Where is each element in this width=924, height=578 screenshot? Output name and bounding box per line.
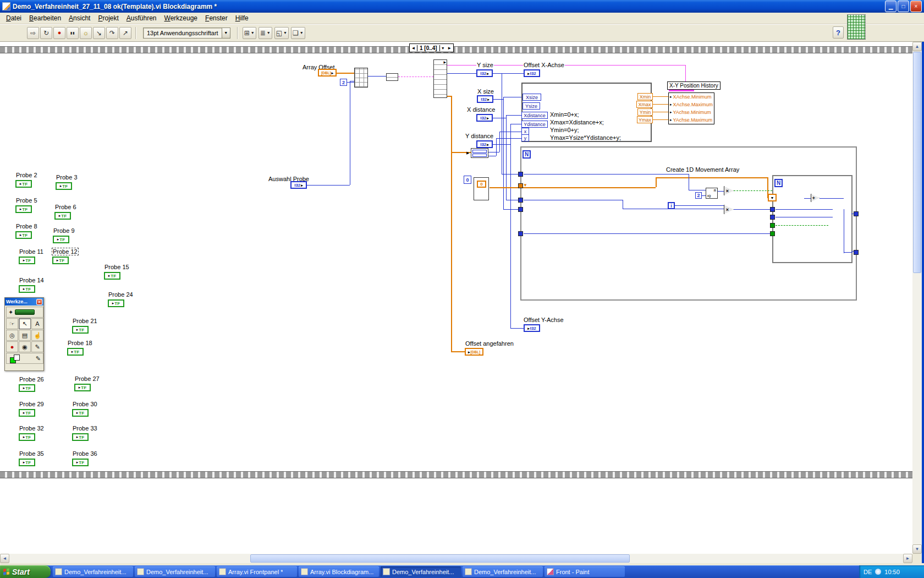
case-selector-terminal[interactable]: ▼	[768, 194, 777, 201]
boolean-terminal[interactable]: ▸ TF	[74, 384, 91, 391]
boolean-terminal[interactable]: ▸ TF	[53, 236, 69, 243]
offset-y-achse-terminal[interactable]: ▸I32	[524, 324, 540, 332]
menu-item[interactable]: Bearbeiten	[25, 13, 65, 23]
horizontal-scrollbar[interactable]: ◄ ►	[0, 554, 912, 563]
probe-indicator[interactable]: Probe 8 ▸ TF	[15, 221, 38, 239]
boolean-terminal[interactable]: ▸ TF	[56, 182, 72, 190]
formula-input[interactable]: y	[521, 134, 529, 141]
probe-label[interactable]: Probe 26	[19, 376, 45, 383]
maximize-button[interactable]: □	[898, 1, 909, 12]
index-array-expanded-node[interactable]: ▶	[433, 59, 447, 98]
x-size-label[interactable]: X size	[477, 88, 494, 95]
pause-button[interactable]: ▮▮	[67, 27, 79, 39]
boolean-terminal[interactable]: ▸ TF	[15, 205, 32, 213]
taskbar-button[interactable]: Demo_Verfahreinheit...	[381, 566, 461, 577]
sequence-frame-top[interactable]	[0, 46, 912, 53]
auswahl-probe-terminal[interactable]: I32 ▸	[290, 181, 307, 189]
boolean-terminal[interactable]: ▸ TF	[108, 299, 124, 307]
close-button[interactable]: ×	[910, 1, 922, 12]
boolean-terminal[interactable]: ▸ TF	[67, 348, 84, 356]
block-diagram-canvas[interactable]: ◄ 1 [0..4] ▼ ► Probe 2 ▸ TF Probe 3 ▸ TF…	[0, 42, 912, 554]
run-button[interactable]: ⇨	[27, 27, 39, 39]
sequence-frame-label[interactable]: 1 [0..4]	[417, 45, 440, 51]
property-item[interactable]: ▸ XAchse.Minimum	[669, 93, 714, 101]
probe-indicator[interactable]: Probe 9 ▸ TF	[53, 225, 75, 243]
menu-item[interactable]: Projekt	[94, 13, 122, 23]
color-tool[interactable]: ✎	[6, 353, 43, 364]
probe-indicator[interactable]: Probe 21 ▸ TF	[72, 315, 98, 334]
taskbar-button[interactable]: Demo_Verfahreinheit...	[53, 566, 133, 577]
tools-palette-titlebar[interactable]: Werkze... ×	[5, 298, 43, 306]
step-into-button[interactable]: ↘	[93, 27, 105, 39]
boolean-terminal[interactable]: ▸ TF	[15, 231, 32, 239]
distribute-objects-dropdown[interactable]: ≣▼	[258, 27, 272, 39]
taskbar-button[interactable]: Array.vi Blockdiagram...	[299, 566, 379, 577]
boolean-terminal[interactable]: ▸ TF	[19, 433, 35, 441]
property-node-title[interactable]: X-Y Position History	[667, 81, 721, 90]
formula-output[interactable]: Xmin	[637, 93, 653, 100]
numeric-constant-2[interactable]: 2	[340, 79, 347, 86]
probe-label[interactable]: Probe 11	[19, 248, 44, 255]
help-button[interactable]: ?	[833, 26, 844, 39]
probe-indicator[interactable]: Probe 2 ▸ TF	[15, 170, 38, 188]
menu-item[interactable]: Werkzeuge	[161, 13, 201, 23]
clock[interactable]: 10:50	[884, 569, 900, 575]
probe-label[interactable]: Probe 5	[15, 197, 38, 204]
wire-tool[interactable]: ◎	[6, 330, 18, 341]
formula-output[interactable]: Ymin	[637, 108, 653, 116]
probe-label[interactable]: Probe 3	[56, 174, 78, 181]
boolean-terminal[interactable]: ▸ TF	[19, 409, 35, 417]
probe-indicator[interactable]: Probe 14 ▸ TF	[19, 275, 45, 293]
highlight-execution-button[interactable]: ☼	[80, 27, 92, 39]
abort-button[interactable]: ●	[53, 27, 65, 39]
menu-item[interactable]: Ausführen	[123, 13, 161, 23]
probe-label[interactable]: Probe 2	[15, 172, 38, 178]
formula-output[interactable]: Ymax	[637, 116, 653, 123]
language-indicator[interactable]: DE	[864, 569, 872, 575]
boolean-terminal[interactable]: ▸ TF	[19, 459, 35, 466]
array-offset-terminal[interactable]: [DBL] ▸	[318, 69, 337, 77]
menu-tool[interactable]: ▤	[19, 330, 31, 341]
sequence-dropdown-button[interactable]: ▼	[440, 46, 446, 50]
scroll-tool[interactable]: ☝	[31, 330, 43, 341]
minimize-button[interactable]: ▁	[885, 1, 897, 12]
probe-indicator[interactable]: Probe 18 ▸ TF	[67, 337, 93, 356]
menu-item[interactable]: Fenster	[201, 13, 232, 23]
probe-indicator[interactable]: Probe 27 ▸ TF	[74, 373, 100, 391]
for-loop-count-terminal[interactable]: N	[522, 150, 531, 159]
probe-label[interactable]: Probe 32	[19, 425, 45, 432]
probe-indicator[interactable]: Probe 29 ▸ TF	[19, 399, 45, 417]
property-item[interactable]: ▸ XAchse.Maximum	[669, 101, 714, 108]
formula-input[interactable]: Ysize	[522, 102, 540, 110]
y-size-terminal[interactable]: I32▸	[476, 69, 493, 77]
quotient-remainder-node[interactable]: R IQ	[706, 188, 718, 199]
property-item[interactable]: ▸ YAchse.Minimum	[669, 108, 714, 116]
taskbar-button[interactable]: Front - Paint	[544, 566, 625, 577]
probe-label[interactable]: Probe 15	[104, 264, 130, 270]
boolean-terminal[interactable]: ▸ TF	[72, 459, 89, 466]
probe-tool[interactable]: ◉	[19, 341, 31, 352]
boolean-terminal[interactable]: ▸ TF	[19, 384, 35, 392]
boolean-terminal[interactable]: ▸ TF	[72, 409, 89, 417]
vertical-scrollbar[interactable]: ▲ ▼	[912, 42, 922, 554]
numeric-constant-2b[interactable]: 2	[695, 192, 702, 199]
taskbar-button[interactable]: Array.vi Frontpanel *	[217, 566, 297, 577]
font-selector[interactable]: 13pt Anwendungsschriftart ▼	[143, 28, 230, 39]
probe-indicator[interactable]: Probe 3 ▸ TF	[56, 172, 78, 190]
reorder-dropdown[interactable]: ❏▼	[291, 27, 305, 39]
loop-iteration-terminal[interactable]: i	[668, 202, 675, 209]
step-over-button[interactable]: ↷	[106, 27, 118, 39]
numeric-constant-0[interactable]: 0	[464, 176, 471, 184]
boolean-terminal[interactable]: ▸ TF	[54, 212, 71, 220]
inner-loop-count-terminal[interactable]: N	[774, 179, 783, 187]
resize-objects-dropdown[interactable]: ◱▼	[274, 27, 289, 39]
formula-input[interactable]: Xsize	[522, 94, 541, 101]
vertical-scroll-thumb[interactable]	[913, 52, 921, 273]
create-movement-array-label[interactable]: Create 1D Movement Array	[666, 166, 740, 173]
inner-loop-structure[interactable]	[772, 175, 853, 263]
probe-label[interactable]: Probe 9	[53, 227, 75, 234]
probe-label[interactable]: Probe 12	[52, 248, 78, 255]
probe-label[interactable]: Probe 14	[19, 277, 45, 283]
y-size-label[interactable]: Y size	[476, 62, 494, 69]
menu-item[interactable]: Hilfe	[232, 13, 252, 23]
